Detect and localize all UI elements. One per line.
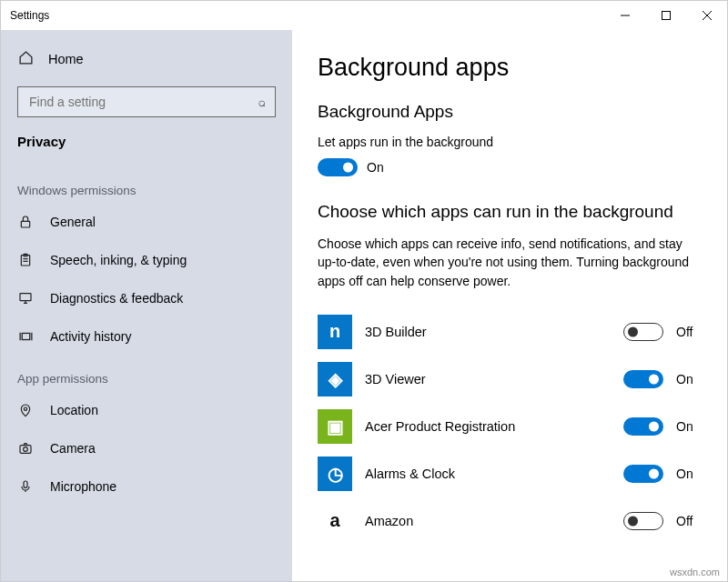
location-icon <box>17 402 34 418</box>
section-windows-permissions: Windows permissions <box>1 167 292 203</box>
app-toggle[interactable] <box>623 465 663 483</box>
microphone-icon <box>17 478 34 495</box>
main-content: Background apps Background Apps Let apps… <box>292 30 727 581</box>
search-icon: ⌕ <box>258 95 266 109</box>
app-toggle[interactable] <box>623 323 663 341</box>
close-button[interactable] <box>686 1 727 30</box>
svg-rect-9 <box>20 294 31 301</box>
home-nav[interactable]: Home <box>1 41 292 77</box>
maximize-icon <box>662 11 671 20</box>
app-row: n3D BuilderOff <box>318 308 702 356</box>
app-row: ◈3D ViewerOn <box>318 356 702 403</box>
minimize-icon <box>621 11 630 20</box>
sidebar-item-activity-history[interactable]: Activity history <box>1 317 292 356</box>
master-toggle-label: Let apps run in the background <box>318 135 702 149</box>
app-name: 3D Viewer <box>365 372 611 386</box>
sidebar-item-label: Diagnostics & feedback <box>50 291 183 306</box>
app-name: 3D Builder <box>365 325 611 339</box>
current-category: Privacy <box>1 130 292 167</box>
lock-icon <box>17 214 34 230</box>
app-row: aAmazonOff <box>318 497 702 545</box>
home-icon <box>17 50 34 68</box>
close-icon <box>703 11 712 20</box>
window-titlebar: Settings <box>1 1 727 30</box>
home-label: Home <box>48 52 84 66</box>
app-icon: ◷ <box>318 457 352 491</box>
svg-rect-4 <box>21 221 29 227</box>
sidebar-item-speech-inking-typing[interactable]: Speech, inking, & typing <box>1 241 292 279</box>
maximize-button[interactable] <box>645 1 686 30</box>
feedback-icon <box>17 290 34 306</box>
app-row: ▣Acer Product RegistrationOn <box>318 403 702 450</box>
svg-rect-12 <box>22 333 30 339</box>
sidebar-item-label: Activity history <box>50 329 131 344</box>
choose-section-desc: Choose which apps can receive info, send… <box>318 235 700 290</box>
svg-rect-1 <box>662 12 670 20</box>
search-box[interactable]: ⌕ <box>17 86 276 117</box>
search-input[interactable] <box>27 94 258 110</box>
sidebar-item-label: Microphone <box>50 479 116 494</box>
svg-rect-16 <box>24 481 27 487</box>
app-toggle-state: Off <box>676 514 702 528</box>
window-title: Settings <box>10 9 49 22</box>
watermark: wsxdn.com <box>670 567 720 577</box>
section-app-permissions: App permissions <box>1 356 292 391</box>
activity-history-icon <box>17 328 34 345</box>
clipboard-icon <box>17 252 34 268</box>
svg-rect-14 <box>20 446 31 454</box>
app-name: Alarms & Clock <box>365 467 611 481</box>
choose-section-title: Choose which apps can run in the backgro… <box>318 202 702 222</box>
app-toggle-state: On <box>676 419 702 434</box>
master-section-title: Background Apps <box>318 102 702 122</box>
app-toggle[interactable] <box>623 370 663 388</box>
app-toggle-state: On <box>676 372 702 386</box>
sidebar-item-camera[interactable]: Camera <box>1 429 292 467</box>
sidebar-item-label: Speech, inking, & typing <box>50 253 187 267</box>
page-title: Background apps <box>318 54 702 82</box>
sidebar-item-location[interactable]: Location <box>1 391 292 429</box>
app-icon: n <box>318 315 352 349</box>
sidebar-item-diagnostics-feedback[interactable]: Diagnostics & feedback <box>1 279 292 317</box>
app-toggle-state: On <box>676 467 702 481</box>
sidebar-item-label: Camera <box>50 441 96 456</box>
sidebar: Home ⌕ Privacy Windows permissions Gener… <box>1 30 292 581</box>
sidebar-item-label: Location <box>50 403 98 417</box>
app-row: ◷Alarms & ClockOn <box>318 450 702 497</box>
app-icon: ▣ <box>318 409 352 444</box>
app-toggle-state: Off <box>676 325 702 339</box>
svg-point-13 <box>24 407 26 410</box>
master-toggle[interactable] <box>318 158 358 176</box>
app-name: Acer Product Registration <box>365 419 611 434</box>
app-icon: ◈ <box>318 362 352 396</box>
app-icon: a <box>318 504 352 538</box>
app-toggle[interactable] <box>623 417 663 436</box>
app-list: n3D BuilderOff◈3D ViewerOn▣Acer Product … <box>318 308 702 545</box>
sidebar-item-general[interactable]: General <box>1 203 292 241</box>
sidebar-item-microphone[interactable]: Microphone <box>1 467 292 506</box>
camera-icon <box>17 440 34 457</box>
svg-point-15 <box>24 447 28 452</box>
master-toggle-state: On <box>367 160 384 175</box>
app-name: Amazon <box>365 514 611 528</box>
minimize-button[interactable] <box>604 1 645 30</box>
app-toggle[interactable] <box>623 512 663 530</box>
sidebar-item-label: General <box>50 215 96 229</box>
